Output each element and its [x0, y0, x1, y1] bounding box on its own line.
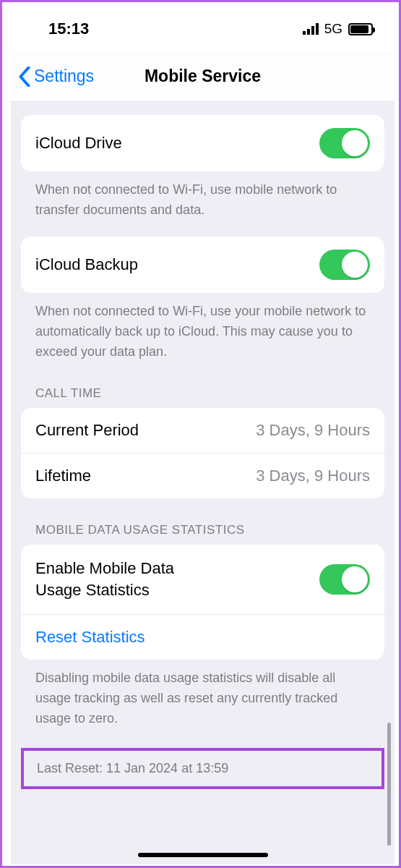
icloud-backup-row[interactable]: iCloud Backup — [21, 237, 384, 293]
lifetime-value: 3 Days, 9 Hours — [256, 467, 370, 485]
enable-usage-stats-toggle[interactable] — [319, 564, 370, 595]
current-period-value: 3 Days, 9 Hours — [256, 421, 370, 440]
usage-stats-footer: Disabling mobile data usage statistics w… — [21, 660, 384, 729]
usage-stats-header: Mobile Data Usage Statistics — [35, 523, 384, 537]
status-time: 15:13 — [48, 20, 89, 38]
current-period-label: Current Period — [35, 421, 139, 440]
network-label: 5G — [324, 21, 342, 37]
enable-usage-stats-label: Enable Mobile DataUsage Statistics — [35, 558, 174, 600]
icloud-drive-label: iCloud Drive — [35, 134, 122, 153]
icloud-drive-row[interactable]: iCloud Drive — [21, 115, 384, 171]
status-bar: 15:13 5G — [11, 7, 394, 51]
icloud-drive-footer: When not connected to Wi-Fi, use mobile … — [21, 171, 384, 221]
current-period-row: Current Period 3 Days, 9 Hours — [21, 408, 384, 453]
lifetime-label: Lifetime — [35, 467, 91, 485]
back-button[interactable]: Settings — [11, 67, 94, 87]
chevron-left-icon — [18, 67, 31, 87]
back-label: Settings — [34, 67, 94, 86]
last-reset-highlight: Last Reset: 11 Jan 2024 at 13:59 — [21, 748, 384, 789]
icloud-backup-footer: When not connected to Wi-Fi, use your mo… — [21, 293, 384, 362]
last-reset-text: Last Reset: 11 Jan 2024 at 13:59 — [37, 761, 228, 775]
cellular-signal-icon — [303, 23, 319, 35]
battery-icon — [348, 23, 373, 35]
call-time-header: Call Time — [35, 386, 384, 401]
enable-usage-stats-row[interactable]: Enable Mobile DataUsage Statistics — [21, 545, 384, 613]
icloud-drive-toggle[interactable] — [319, 128, 370, 158]
reset-statistics-row[interactable]: Reset Statistics — [21, 614, 384, 660]
icloud-backup-toggle[interactable] — [319, 250, 370, 280]
home-indicator[interactable] — [138, 853, 268, 857]
nav-header: Settings Mobile Service — [11, 51, 394, 102]
reset-statistics-label: Reset Statistics — [35, 628, 145, 647]
scrollbar[interactable] — [387, 723, 391, 846]
icloud-backup-label: iCloud Backup — [35, 255, 138, 274]
lifetime-row: Lifetime 3 Days, 9 Hours — [21, 453, 384, 498]
